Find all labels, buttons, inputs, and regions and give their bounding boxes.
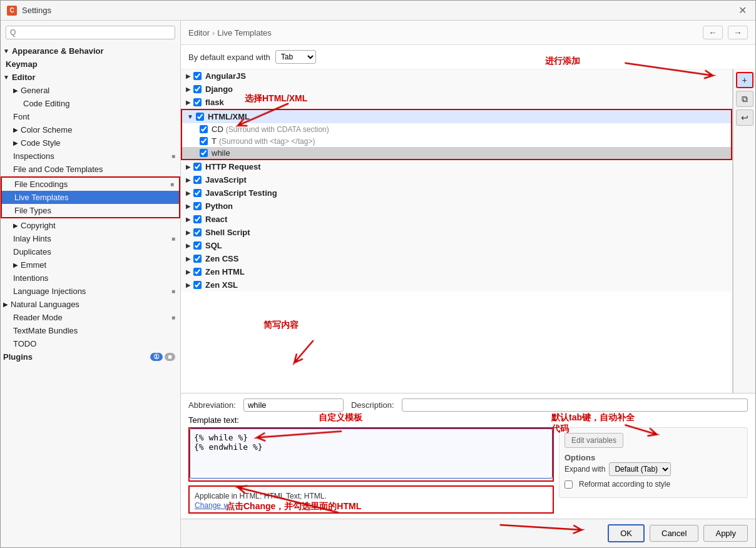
sidebar-item-file-code-templates[interactable]: File and Code Templates <box>1 163 180 176</box>
sidebar-item-label: File Types <box>14 206 51 215</box>
expand-select[interactable]: Tab Enter Space <box>275 50 316 64</box>
html-xml-checkbox[interactable] <box>196 113 204 121</box>
undo-button[interactable]: ↩ <box>736 109 753 126</box>
sidebar-item-inlay-hints[interactable]: Inlay Hints ■ <box>1 232 180 245</box>
apply-button[interactable]: Apply <box>703 525 748 542</box>
zen-css-header[interactable]: ▶ Zen CSS <box>181 252 732 265</box>
django-name: Django <box>205 84 233 94</box>
chevron-right-icon: ▶ <box>3 301 8 308</box>
html-xml-header[interactable]: ▼ HTML/XML <box>182 110 731 123</box>
nav-forward-button[interactable]: → <box>728 26 748 39</box>
sidebar-item-file-types[interactable]: File Types <box>2 204 179 217</box>
template-group-javascript: ▶ JavaScript <box>181 173 732 186</box>
expand-with-select[interactable]: Default (Tab) Enter Space <box>609 462 671 476</box>
sidebar-item-copyright[interactable]: ▶ Copyright <box>1 219 180 232</box>
sidebar-item-live-templates[interactable]: Live Templates <box>2 191 179 204</box>
zen-css-checkbox[interactable] <box>193 255 202 263</box>
javascript-header[interactable]: ▶ JavaScript <box>181 173 732 186</box>
template-item-cd[interactable]: CD (Surround with CDATA section) <box>182 123 731 135</box>
sql-header[interactable]: ▶ SQL <box>181 239 732 252</box>
template-item-while[interactable]: while <box>182 147 731 159</box>
python-header[interactable]: ▶ Python <box>181 200 732 213</box>
sidebar-item-label: Inlay Hints <box>13 234 51 243</box>
sidebar-item-code-style[interactable]: ▶ Code Style <box>1 136 180 150</box>
sidebar-item-label: Emmet <box>21 260 46 270</box>
http-request-checkbox[interactable] <box>193 163 202 171</box>
shell-script-header[interactable]: ▶ Shell Script <box>181 226 732 239</box>
description-input[interactable] <box>402 398 748 412</box>
sidebar-item-code-editing[interactable]: Code Editing <box>1 97 180 110</box>
sidebar-item-natural-languages[interactable]: ▶ Natural Languages <box>1 298 180 311</box>
edit-variables-button[interactable]: Edit variables <box>564 433 623 448</box>
while-name: while <box>212 148 230 158</box>
sidebar-item-textmate-bundles[interactable]: TextMate Bundles <box>1 324 180 337</box>
flask-header[interactable]: ▶ flask <box>181 96 732 109</box>
sidebar-item-font[interactable]: Font <box>1 110 180 123</box>
ok-button[interactable]: OK <box>608 524 645 542</box>
javascript-testing-header[interactable]: ▶ JavaScript Testing <box>181 186 732 200</box>
sidebar-item-editor[interactable]: ▼ Editor <box>1 71 180 84</box>
change-link[interactable]: Change ∨ <box>195 501 228 510</box>
chevron-right-icon: ▶ <box>13 222 18 229</box>
template-group-flask: ▶ flask <box>181 96 732 109</box>
badge-icon: ■ <box>171 314 175 321</box>
content-area: By default expand with Tab Enter Space ▶ <box>181 45 755 519</box>
sql-checkbox[interactable] <box>193 241 202 250</box>
abbreviation-input[interactable] <box>243 398 344 412</box>
sidebar-item-language-injections[interactable]: Language Injections ■ <box>1 285 180 298</box>
django-header[interactable]: ▶ Django <box>181 83 732 96</box>
javascript-name: JavaScript <box>205 175 247 185</box>
react-header[interactable]: ▶ React <box>181 213 732 226</box>
react-checkbox[interactable] <box>193 215 202 223</box>
angularjs-checkbox[interactable] <box>193 72 202 80</box>
cd-checkbox[interactable] <box>200 125 208 133</box>
zen-xsl-checkbox[interactable] <box>193 281 202 289</box>
chevron-right-icon: ▶ <box>186 268 191 275</box>
zen-html-header[interactable]: ▶ Zen HTML <box>181 265 732 278</box>
chevron-right-icon: ▶ <box>186 282 191 288</box>
sidebar-item-intentions[interactable]: Intentions <box>1 271 180 285</box>
zen-html-checkbox[interactable] <box>193 268 202 276</box>
javascript-testing-checkbox[interactable] <box>193 189 202 197</box>
python-checkbox[interactable] <box>193 202 202 210</box>
sidebar-item-duplicates[interactable]: Duplicates <box>1 245 180 258</box>
sidebar-item-file-encodings[interactable]: File Encodings ■ <box>2 178 179 191</box>
template-item-t[interactable]: T (Surround with <tag> </tag>) <box>182 135 731 147</box>
sidebar-item-emmet[interactable]: ▶ Emmet <box>1 258 180 271</box>
sidebar-item-general[interactable]: ▶ General <box>1 84 180 97</box>
sidebar-item-label: TODO <box>13 339 36 348</box>
cancel-button[interactable]: Cancel <box>650 525 698 542</box>
chevron-right-icon: ▶ <box>186 190 191 196</box>
angularjs-header[interactable]: ▶ AngularJS <box>181 69 732 83</box>
chevron-right-icon: ▶ <box>186 242 191 249</box>
template-text-input[interactable]: {% while %} {% endwhile %} <box>190 429 553 479</box>
t-checkbox[interactable] <box>200 137 208 145</box>
chevron-right-icon: ▶ <box>13 261 18 268</box>
reformat-checkbox[interactable] <box>564 480 573 489</box>
template-group-shell-script: ▶ Shell Script <box>181 226 732 239</box>
sidebar-item-reader-mode[interactable]: Reader Mode ■ <box>1 311 180 324</box>
nav-back-button[interactable]: ← <box>703 26 723 39</box>
sidebar-item-color-scheme[interactable]: ▶ Color Scheme <box>1 123 180 136</box>
sidebar-item-todo[interactable]: TODO <box>1 337 180 350</box>
django-checkbox[interactable] <box>193 85 202 93</box>
copy-button[interactable]: ⧉ <box>736 91 753 107</box>
close-button[interactable]: ✕ <box>736 4 749 16</box>
javascript-checkbox[interactable] <box>193 176 202 184</box>
search-input[interactable] <box>6 26 175 39</box>
sidebar-item-plugins[interactable]: Plugins ① ■ <box>1 350 180 363</box>
sidebar-item-inspections[interactable]: Inspections ■ <box>1 150 180 163</box>
zen-html-name: Zen HTML <box>205 267 245 277</box>
zen-xsl-header[interactable]: ▶ Zen XSL <box>181 278 732 292</box>
flask-checkbox[interactable] <box>193 98 202 106</box>
add-button[interactable]: + <box>736 72 753 88</box>
while-checkbox[interactable] <box>200 149 208 157</box>
shell-script-checkbox[interactable] <box>193 228 202 236</box>
sidebar-item-appearance[interactable]: ▼ Appearance & Behavior <box>1 44 180 58</box>
http-request-header[interactable]: ▶ HTTP Request <box>181 160 732 173</box>
sidebar-item-label: Duplicates <box>13 247 51 256</box>
chevron-right-icon: ▶ <box>186 229 191 236</box>
template-group-sql: ▶ SQL <box>181 239 732 252</box>
breadcrumb: Editor › Live Templates ← → <box>181 21 755 45</box>
sidebar-item-keymap[interactable]: Keymap <box>1 58 180 71</box>
